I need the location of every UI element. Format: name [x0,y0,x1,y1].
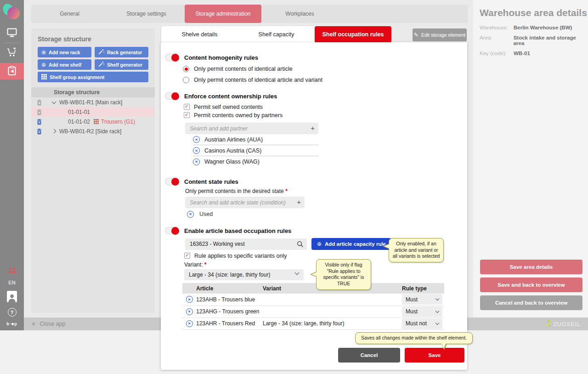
field-label: Key (code): [480,51,514,56]
partner-search-box: + [185,123,318,134]
tab-general[interactable]: General [31,5,108,23]
shelf-group-assignment-button[interactable]: Shelf group assignment [38,72,148,82]
partner-search-input[interactable] [185,123,318,134]
tab-storage-settings[interactable]: Storage settings [108,5,185,23]
section-article-rules: Enable article based occupation rules [161,227,467,234]
article-search-input[interactable] [185,238,307,250]
sidebar-item-orders[interactable] [6,47,18,59]
tree-row-label: WB-WB01-R2 [Side rack] [59,128,121,135]
tab-storage-administration[interactable]: Storage administration [185,5,261,23]
table-row: × 123AHR - Trousers Red Large - 34 (size… [182,317,444,329]
toggle-knob [171,227,179,235]
radio-label: Only permit contents of identical articl… [194,66,293,72]
tab-shelve-details[interactable]: Shelve details [161,26,238,43]
chevron-down-icon[interactable] [52,99,57,104]
radio-unselected-icon [183,77,189,83]
required-asterisk: * [285,188,288,194]
radio-identical-article[interactable]: Only permit contents of identical articl… [183,65,467,73]
add-state-plus-icon[interactable]: + [297,198,301,206]
panel-buttons: ⊕ Add new rack Rack generator ⊕ Add new … [38,47,148,82]
checkbox-self-owned[interactable]: ✓ Permit self owned contents [184,103,467,110]
section-ownership-rules: Enforce content ownership rules [161,92,467,100]
state-search-box: + [185,197,305,208]
field-label: Warehouse: [480,25,514,30]
help-icon[interactable]: ? [8,308,17,317]
shelf-generator-button[interactable]: Shelf generator [95,59,148,70]
search-icon[interactable] [297,241,304,249]
add-new-shelf-button[interactable]: ⊕ Add new shelf [38,59,91,70]
storage-structure-panel: Storage structure ⊕ Add new rack Rack ge… [31,28,155,313]
cell-article: 123AHG - Trousers green [196,306,263,317]
delete-icon[interactable] [36,128,42,135]
shelf-tabs: Shelve details Shelf capacity Shelf occu… [161,26,391,43]
logo-circle [7,7,20,19]
user-avatar-icon[interactable] [7,291,17,302]
save-area-details-button[interactable]: Save area details [480,260,582,274]
article-rules-toggle[interactable] [165,227,179,234]
radio-identical-article-variant[interactable]: Only permit contents of identical articl… [183,76,467,84]
button-label: Add new shelf [49,62,81,68]
tab-shelf-capacity[interactable]: Shelf capacity [238,26,315,43]
tree-row-01-01-02[interactable]: 01-01-02 Trousers (G1) [31,117,155,126]
add-article-capacity-rule-button[interactable]: ⊕ Add article capacity rule [311,238,391,250]
tab-shelf-occupation-rules[interactable]: Shelf occupation rules [315,26,391,43]
ownership-toggle[interactable] [165,92,179,100]
sidebar-item-storage-active[interactable] [0,63,24,79]
chevron-right-icon[interactable] [52,129,57,134]
toggle-knob [171,178,179,186]
rule-type-value: Must [406,308,418,315]
checkbox-partner-owned[interactable]: ✓ Permit contents owned by partners [184,112,467,119]
checkbox-label: Rule applies to specific variants only [194,253,287,259]
rack-generator-button[interactable]: Rack generator [95,47,148,57]
users-icon[interactable] [7,267,17,276]
language-switcher[interactable]: EN [8,280,15,285]
button-label: Add article capacity rule [325,241,386,247]
rule-type-select[interactable]: Must not [402,318,442,329]
header-article: Article [196,283,263,294]
chevron-down-icon [435,297,439,300]
chevron-down-icon [295,271,300,275]
edit-storage-element-button[interactable]: ✎ Edit storage element [413,28,467,41]
save-and-back-button[interactable]: Save and back to overview [480,278,582,292]
rule-type-select[interactable]: Must [402,294,442,305]
tree-row-01-01-01[interactable]: 01-01-01 [31,107,155,117]
article-rules-table: Article Variant Rule type × 123AHB - Tro… [182,283,444,330]
delete-icon[interactable] [36,119,42,125]
remove-circle-icon[interactable]: × [193,147,200,154]
cancel-button[interactable]: Cancel [338,348,400,363]
checkbox-checked-icon: ✓ [184,253,190,259]
rule-type-select[interactable]: Must [402,306,442,317]
state-rules-toggle[interactable] [165,178,179,185]
remove-circle-icon[interactable]: × [186,308,193,315]
tree-row-side-rack[interactable]: WB-WB01-R2 [Side rack] [31,126,155,136]
remove-circle-icon[interactable]: × [193,159,200,165]
header-rule-type: Rule type [402,283,444,294]
tree-row-tag: Trousers (G1) [101,119,135,125]
remove-circle-icon[interactable]: × [187,211,194,218]
remove-circle-icon[interactable]: × [186,320,193,327]
state-search-input[interactable] [185,197,305,208]
section-title: Enforce content ownership rules [184,93,277,100]
add-new-rack-button[interactable]: ⊕ Add new rack [38,47,91,57]
section-title: Enable article based occupation rules [184,227,291,234]
button-label: Rack generator [107,50,142,55]
cart-plus-icon [6,47,18,59]
variant-value: Large - 34 (size: large, thirty four) [189,272,270,278]
variant-select[interactable]: Large - 34 (size: large, thirty four) Vi… [184,269,304,280]
remove-circle-icon[interactable]: × [186,296,193,303]
field-key-code: Key (code): WB-01 [480,51,588,56]
homogeneity-toggle[interactable] [165,54,179,61]
remove-circle-icon[interactable]: × [193,136,200,143]
cancel-and-back-button[interactable]: Cancel and back to overview [480,295,582,310]
cell-variant [263,306,371,317]
close-app-button[interactable]: × Close app [32,320,65,328]
tree-row-main-rack[interactable]: WB-WB01-R1 [Main rack] [31,97,155,107]
sidebar-item-dashboard[interactable] [6,28,17,39]
button-label: Shelf generator [107,62,142,68]
tab-workplaces[interactable]: Workplaces [261,5,338,23]
save-button[interactable]: Save [405,348,464,363]
add-partner-plus-icon[interactable]: + [311,124,315,132]
state-list-item: × Used [187,210,467,218]
button-label: Edit storage element [421,32,465,38]
required-asterisk: * [204,261,207,268]
